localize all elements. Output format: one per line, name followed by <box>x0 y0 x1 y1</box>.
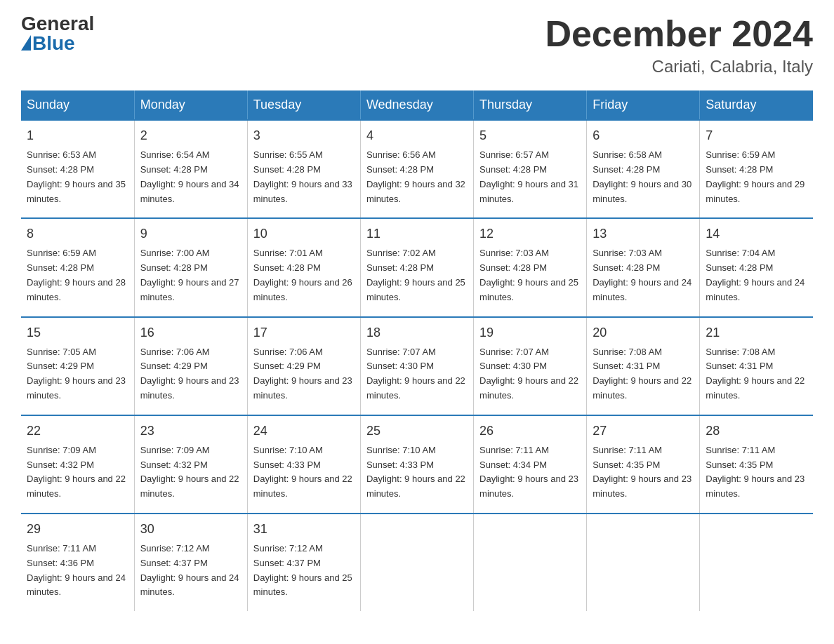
day-info: Sunrise: 6:57 AMSunset: 4:28 PMDaylight:… <box>479 148 581 206</box>
calendar-cell: 3Sunrise: 6:55 AMSunset: 4:28 PMDaylight… <box>247 120 360 218</box>
day-number: 21 <box>706 323 807 342</box>
day-number: 16 <box>140 323 241 342</box>
calendar-cell: 4Sunrise: 6:56 AMSunset: 4:28 PMDaylight… <box>360 120 473 218</box>
day-info: Sunrise: 6:59 AMSunset: 4:28 PMDaylight:… <box>27 246 128 304</box>
calendar-cell: 14Sunrise: 7:04 AMSunset: 4:28 PMDayligh… <box>700 218 813 316</box>
day-info: Sunrise: 6:53 AMSunset: 4:28 PMDaylight:… <box>27 148 128 206</box>
calendar-cell: 16Sunrise: 7:06 AMSunset: 4:29 PMDayligh… <box>134 317 247 415</box>
calendar-week-row: 8Sunrise: 6:59 AMSunset: 4:28 PMDaylight… <box>21 218 813 316</box>
day-number: 19 <box>479 323 581 342</box>
calendar-cell: 5Sunrise: 6:57 AMSunset: 4:28 PMDaylight… <box>474 120 587 218</box>
header-monday: Monday <box>134 90 247 120</box>
calendar-cell: 22Sunrise: 7:09 AMSunset: 4:32 PMDayligh… <box>21 415 134 514</box>
calendar-cell: 24Sunrise: 7:10 AMSunset: 4:33 PMDayligh… <box>247 415 360 514</box>
header-friday: Friday <box>587 90 700 120</box>
day-info: Sunrise: 7:05 AMSunset: 4:29 PMDaylight:… <box>27 345 128 403</box>
location-title: Cariati, Calabria, Italy <box>545 57 813 76</box>
calendar-table: SundayMondayTuesdayWednesdayThursdayFrid… <box>21 90 813 611</box>
calendar-cell: 23Sunrise: 7:09 AMSunset: 4:32 PMDayligh… <box>134 415 247 514</box>
day-info: Sunrise: 7:06 AMSunset: 4:29 PMDaylight:… <box>253 345 355 403</box>
calendar-cell: 19Sunrise: 7:07 AMSunset: 4:30 PMDayligh… <box>474 317 587 415</box>
calendar-cell: 13Sunrise: 7:03 AMSunset: 4:28 PMDayligh… <box>587 218 700 316</box>
day-info: Sunrise: 7:08 AMSunset: 4:31 PMDaylight:… <box>706 345 807 403</box>
header-thursday: Thursday <box>474 90 587 120</box>
calendar-cell: 7Sunrise: 6:59 AMSunset: 4:28 PMDaylight… <box>700 120 813 218</box>
day-number: 7 <box>706 126 807 145</box>
day-number: 2 <box>140 126 241 145</box>
calendar-cell: 27Sunrise: 7:11 AMSunset: 4:35 PMDayligh… <box>587 415 700 514</box>
calendar-cell: 9Sunrise: 7:00 AMSunset: 4:28 PMDaylight… <box>134 218 247 316</box>
calendar-cell: 6Sunrise: 6:58 AMSunset: 4:28 PMDaylight… <box>587 120 700 218</box>
logo-general-text: General <box>21 14 94 34</box>
day-number: 31 <box>253 520 355 539</box>
calendar-cell: 25Sunrise: 7:10 AMSunset: 4:33 PMDayligh… <box>360 415 473 514</box>
day-info: Sunrise: 7:07 AMSunset: 4:30 PMDaylight:… <box>479 345 581 403</box>
day-info: Sunrise: 7:03 AMSunset: 4:28 PMDaylight:… <box>593 246 694 304</box>
day-number: 23 <box>140 422 241 441</box>
day-number: 11 <box>366 224 468 243</box>
day-number: 26 <box>479 422 581 441</box>
day-number: 12 <box>479 224 581 243</box>
day-info: Sunrise: 7:09 AMSunset: 4:32 PMDaylight:… <box>27 443 128 502</box>
calendar-week-row: 15Sunrise: 7:05 AMSunset: 4:29 PMDayligh… <box>21 317 813 415</box>
header-saturday: Saturday <box>700 90 813 120</box>
day-number: 4 <box>366 126 468 145</box>
calendar-cell: 1Sunrise: 6:53 AMSunset: 4:28 PMDaylight… <box>21 120 134 218</box>
day-number: 18 <box>366 323 468 342</box>
logo: General Blue <box>21 14 94 53</box>
calendar-cell: 17Sunrise: 7:06 AMSunset: 4:29 PMDayligh… <box>247 317 360 415</box>
day-info: Sunrise: 7:03 AMSunset: 4:28 PMDaylight:… <box>479 246 581 304</box>
header-tuesday: Tuesday <box>247 90 360 120</box>
day-number: 8 <box>27 224 128 243</box>
calendar-week-row: 22Sunrise: 7:09 AMSunset: 4:32 PMDayligh… <box>21 415 813 514</box>
calendar-cell: 2Sunrise: 6:54 AMSunset: 4:28 PMDaylight… <box>134 120 247 218</box>
calendar-cell <box>700 514 813 611</box>
day-info: Sunrise: 7:06 AMSunset: 4:29 PMDaylight:… <box>140 345 241 403</box>
day-info: Sunrise: 6:55 AMSunset: 4:28 PMDaylight:… <box>253 148 355 206</box>
title-area: December 2024 Cariati, Calabria, Italy <box>545 14 813 76</box>
header-sunday: Sunday <box>21 90 134 120</box>
day-info: Sunrise: 7:01 AMSunset: 4:28 PMDaylight:… <box>253 246 355 304</box>
day-number: 20 <box>593 323 694 342</box>
day-info: Sunrise: 7:00 AMSunset: 4:28 PMDaylight:… <box>140 246 241 304</box>
calendar-cell: 15Sunrise: 7:05 AMSunset: 4:29 PMDayligh… <box>21 317 134 415</box>
day-number: 25 <box>366 422 468 441</box>
calendar-cell: 28Sunrise: 7:11 AMSunset: 4:35 PMDayligh… <box>700 415 813 514</box>
day-number: 27 <box>593 422 694 441</box>
day-number: 10 <box>253 224 355 243</box>
day-number: 15 <box>27 323 128 342</box>
day-number: 22 <box>27 422 128 441</box>
day-number: 9 <box>140 224 241 243</box>
day-number: 14 <box>706 224 807 243</box>
day-info: Sunrise: 7:08 AMSunset: 4:31 PMDaylight:… <box>593 345 694 403</box>
day-number: 13 <box>593 224 694 243</box>
header-wednesday: Wednesday <box>360 90 473 120</box>
month-title: December 2024 <box>545 14 813 54</box>
calendar-cell: 29Sunrise: 7:11 AMSunset: 4:36 PMDayligh… <box>21 514 134 611</box>
day-number: 3 <box>253 126 355 145</box>
calendar-cell: 8Sunrise: 6:59 AMSunset: 4:28 PMDaylight… <box>21 218 134 316</box>
calendar-header-row: SundayMondayTuesdayWednesdayThursdayFrid… <box>21 90 813 120</box>
day-info: Sunrise: 7:10 AMSunset: 4:33 PMDaylight:… <box>366 443 468 502</box>
day-number: 1 <box>27 126 128 145</box>
day-number: 17 <box>253 323 355 342</box>
calendar-cell: 10Sunrise: 7:01 AMSunset: 4:28 PMDayligh… <box>247 218 360 316</box>
calendar-cell: 20Sunrise: 7:08 AMSunset: 4:31 PMDayligh… <box>587 317 700 415</box>
calendar-cell: 30Sunrise: 7:12 AMSunset: 4:37 PMDayligh… <box>134 514 247 611</box>
day-info: Sunrise: 7:04 AMSunset: 4:28 PMDaylight:… <box>706 246 807 304</box>
day-info: Sunrise: 7:02 AMSunset: 4:28 PMDaylight:… <box>366 246 468 304</box>
day-info: Sunrise: 6:58 AMSunset: 4:28 PMDaylight:… <box>593 148 694 206</box>
header: General Blue December 2024 Cariati, Cala… <box>21 14 813 76</box>
day-info: Sunrise: 6:56 AMSunset: 4:28 PMDaylight:… <box>366 148 468 206</box>
day-info: Sunrise: 7:09 AMSunset: 4:32 PMDaylight:… <box>140 443 241 502</box>
calendar-cell <box>474 514 587 611</box>
calendar-cell: 21Sunrise: 7:08 AMSunset: 4:31 PMDayligh… <box>700 317 813 415</box>
day-number: 28 <box>706 422 807 441</box>
day-info: Sunrise: 6:54 AMSunset: 4:28 PMDaylight:… <box>140 148 241 206</box>
day-info: Sunrise: 7:11 AMSunset: 4:35 PMDaylight:… <box>706 443 807 502</box>
calendar-cell: 26Sunrise: 7:11 AMSunset: 4:34 PMDayligh… <box>474 415 587 514</box>
day-number: 6 <box>593 126 694 145</box>
day-number: 29 <box>27 520 128 539</box>
calendar-cell <box>360 514 473 611</box>
calendar-week-row: 29Sunrise: 7:11 AMSunset: 4:36 PMDayligh… <box>21 514 813 611</box>
